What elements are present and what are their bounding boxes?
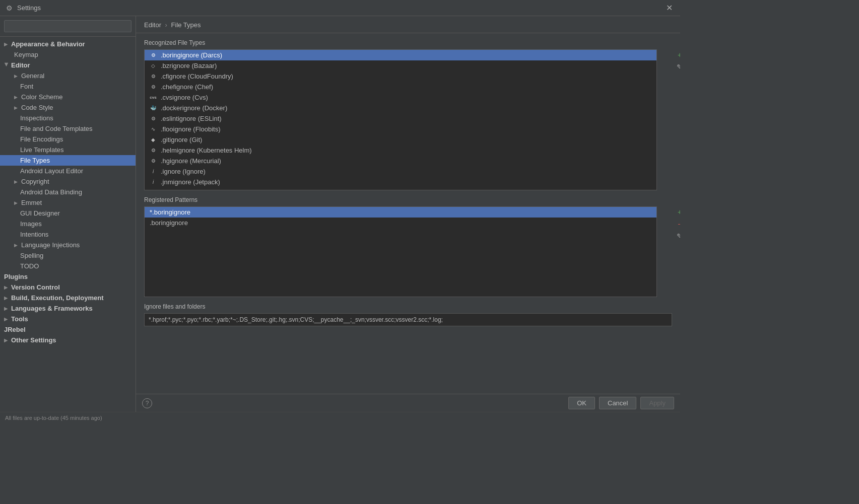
ignore-input[interactable]: [144, 313, 672, 326]
sidebar-item-file-code-templates[interactable]: File and Code Templates: [0, 123, 136, 134]
cancel-button[interactable]: Cancel: [599, 397, 636, 409]
sidebar-item-inspections[interactable]: Inspections: [0, 113, 136, 123]
list-item-label: *.boringignore: [150, 208, 190, 216]
expand-icon: ▶: [4, 285, 9, 290]
sidebar-item-gui-designer[interactable]: GUI Designer: [0, 208, 136, 219]
file-icon: ∿: [150, 126, 157, 133]
list-item[interactable]: ∿ .flooignore (Floobits): [145, 124, 656, 134]
patterns-toolbar: + − ✎: [674, 206, 680, 242]
breadcrumb-current: File Types: [171, 21, 201, 29]
sidebar-item-file-encodings[interactable]: File Encodings: [0, 134, 136, 145]
expand-icon: ▶: [4, 306, 9, 311]
file-icon: ⚙: [150, 84, 157, 91]
list-item[interactable]: *.boringignore: [145, 207, 656, 218]
sidebar-item-android-layout[interactable]: Android Layout Editor: [0, 166, 136, 176]
sidebar-item-code-style[interactable]: ▶ Code Style: [0, 102, 136, 113]
expand-icon: ▶: [4, 338, 9, 343]
list-item[interactable]: i .ignore (Ignore): [145, 166, 656, 177]
sidebar-item-build[interactable]: ▶ Build, Execution, Deployment: [0, 293, 136, 303]
sidebar-item-images[interactable]: Images: [0, 219, 136, 229]
sidebar-item-editor[interactable]: ▶ Editor: [0, 60, 136, 70]
expand-icon: ▶: [4, 296, 9, 301]
sidebar-item-copyright[interactable]: ▶ Copyright: [0, 176, 136, 187]
edit-file-type-button[interactable]: ✎: [674, 61, 680, 73]
sidebar-item-font[interactable]: Font: [0, 81, 136, 92]
expand-icon: ▶: [14, 200, 19, 205]
list-item[interactable]: ⚙ .hgignore (Mercurial): [145, 156, 656, 166]
list-item[interactable]: ◆ .gitignore (Git): [145, 134, 656, 145]
list-item[interactable]: .boringignore: [145, 218, 656, 228]
status-text: All files are up-to-date (45 minutes ago…: [5, 415, 102, 421]
list-item-label: .cfignore (CloudFoundry): [161, 73, 233, 80]
sidebar-item-file-types[interactable]: File Types: [0, 155, 136, 166]
list-item[interactable]: ⚙ .helmignore (Kubernetes Helm): [145, 145, 656, 156]
main-content: ▶ Appearance & Behavior Keymap ▶ Editor …: [0, 16, 680, 412]
list-item[interactable]: cvs .cvsignore (Cvs): [145, 92, 656, 103]
list-item-label: .gitignore (Git): [161, 136, 202, 143]
search-box: [0, 16, 136, 37]
sidebar-item-general[interactable]: ▶ General: [0, 70, 136, 81]
sidebar-item-live-templates[interactable]: Live Templates: [0, 145, 136, 155]
sidebar-item-keymap[interactable]: Keymap: [0, 49, 136, 60]
list-item[interactable]: ⚙ .chefignore (Chef): [145, 82, 656, 92]
sidebar-item-appearance[interactable]: ▶ Appearance & Behavior: [0, 39, 136, 49]
list-item-label: .jnmignore (Jetpack): [161, 178, 220, 186]
list-item[interactable]: ◇ .bzrignore (Bazaar): [145, 60, 656, 71]
file-icon: ⚙: [150, 158, 157, 165]
right-panel: Editor › File Types Recognized File Type…: [136, 16, 680, 412]
file-types-scroll[interactable]: ⚙ .boringignore (Darcs) ◇ .bzrignore (Ba…: [145, 50, 656, 190]
expand-icon: ▶: [14, 243, 19, 248]
file-icon: ◇: [150, 62, 157, 69]
list-item[interactable]: ⚙ .cfignore (CloudFoundry): [145, 71, 656, 82]
expand-icon: ▶: [14, 179, 19, 184]
breadcrumb-sep: ›: [165, 21, 169, 29]
file-icon: ⚙: [150, 115, 157, 122]
file-icon: ◆: [150, 136, 157, 143]
expand-icon: ▶: [14, 105, 19, 110]
patterns-scroll[interactable]: *.boringignore .boringignore: [145, 207, 656, 297]
sidebar-item-language-injections[interactable]: ▶ Language Injections: [0, 240, 136, 250]
sidebar-item-color-scheme[interactable]: ▶ Color Scheme: [0, 92, 136, 102]
add-pattern-button[interactable]: +: [674, 206, 680, 218]
file-icon: i: [150, 179, 157, 186]
list-item-label: .bzrignore (Bazaar): [161, 62, 217, 69]
edit-pattern-button[interactable]: ✎: [674, 231, 680, 242]
panel-header: Editor › File Types: [136, 16, 680, 33]
patterns-list: *.boringignore .boringignore: [144, 206, 657, 297]
sidebar-item-other-settings[interactable]: ▶ Other Settings: [0, 335, 136, 345]
file-types-list: ⚙ .boringignore (Darcs) ◇ .bzrignore (Ba…: [144, 49, 657, 190]
list-item-label: .boringignore: [150, 219, 188, 227]
recognized-label: Recognized File Types: [144, 39, 672, 46]
sidebar-item-spelling[interactable]: Spelling: [0, 250, 136, 261]
list-item[interactable]: ⚙ .eslintignore (ESLint): [145, 113, 656, 124]
sidebar-item-emmet[interactable]: ▶ Emmet: [0, 197, 136, 208]
sidebar-item-tools[interactable]: ▶ Tools: [0, 314, 136, 324]
sidebar-item-version-control[interactable]: ▶ Version Control: [0, 282, 136, 293]
sidebar-tree: ▶ Appearance & Behavior Keymap ▶ Editor …: [0, 37, 136, 412]
close-button[interactable]: ✕: [663, 2, 675, 14]
list-item[interactable]: ⚙ .boringignore (Darcs): [145, 50, 656, 60]
title-bar: ⚙ Settings ✕: [0, 0, 680, 16]
remove-pattern-button[interactable]: −: [674, 219, 680, 230]
sidebar-item-jrebel[interactable]: JRebel: [0, 324, 136, 335]
add-file-type-button[interactable]: +: [674, 49, 680, 60]
help-button[interactable]: ?: [142, 398, 152, 408]
patterns-section: Registered Patterns *.boringignore .bori…: [144, 196, 672, 297]
ignore-label: Ignore files and folders: [144, 303, 672, 310]
list-item[interactable]: 🐳 .dockerignore (Docker): [145, 103, 656, 113]
list-item[interactable]: i .jnmignore (Jetpack): [145, 177, 656, 187]
file-icon: cvs: [150, 94, 157, 101]
search-input[interactable]: [4, 20, 131, 32]
list-item-label: .dockerignore (Docker): [161, 104, 227, 112]
apply-button[interactable]: Apply: [640, 397, 674, 409]
sidebar-item-android-data-binding[interactable]: Android Data Binding: [0, 187, 136, 197]
sidebar-item-todo[interactable]: TODO: [0, 261, 136, 271]
sidebar-item-intentions[interactable]: Intentions: [0, 229, 136, 240]
file-icon: ⚙: [150, 73, 157, 80]
sidebar-item-languages[interactable]: ▶ Languages & Frameworks: [0, 303, 136, 314]
sidebar-item-plugins[interactable]: Plugins: [0, 271, 136, 282]
ok-button[interactable]: OK: [568, 397, 595, 409]
file-icon: 🐳: [150, 105, 157, 112]
expand-icon: ▶: [14, 74, 19, 79]
breadcrumb-parent: Editor: [144, 21, 161, 29]
